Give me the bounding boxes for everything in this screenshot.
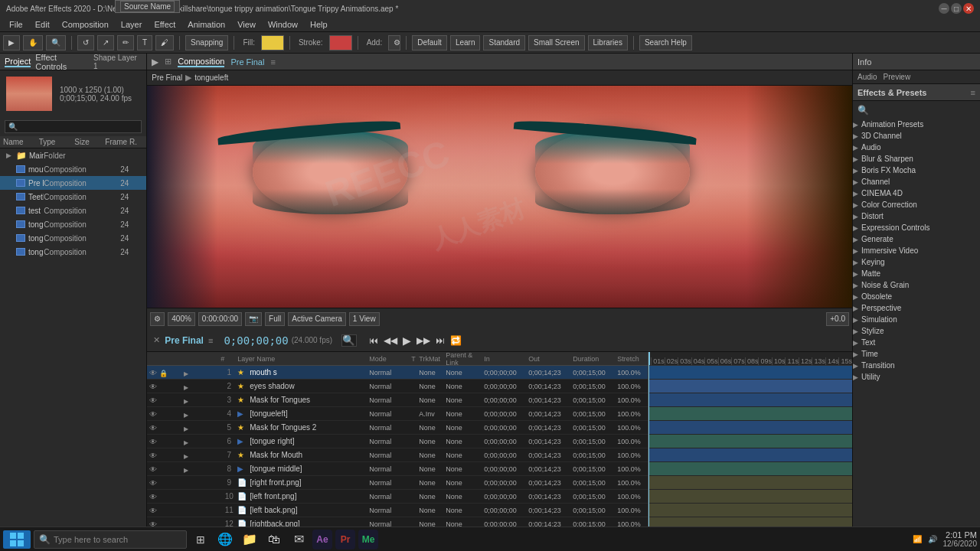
layer-collapse-3[interactable]: ▶	[184, 396, 196, 405]
layer-collapse-7[interactable]: ▶	[184, 451, 196, 460]
effect-cat-matte[interactable]: ▶ Matte	[853, 268, 980, 279]
layer-name-10[interactable]: [left front.png]	[248, 492, 369, 500]
layer-name-2[interactable]: eyes shadow	[248, 382, 369, 390]
effect-cat-distort[interactable]: ▶ Distort	[853, 210, 980, 222]
layer-collapse-6[interactable]: ▶	[184, 437, 196, 446]
stroke-btn[interactable]	[329, 35, 352, 51]
effect-cat-utility[interactable]: ▶ Utility	[853, 371, 980, 383]
prev-frame-btn[interactable]: ◀◀	[382, 334, 399, 347]
effects-menu[interactable]: ≡	[971, 88, 975, 97]
effect-cat-noise[interactable]: ▶ Noise & Grain	[853, 279, 980, 291]
menu-edit[interactable]: Edit	[29, 18, 56, 31]
timecode-btn[interactable]: 0:00:00:00	[198, 312, 242, 326]
preview-tab[interactable]: Preview	[884, 73, 911, 81]
next-frame-btn[interactable]: ▶▶	[415, 334, 432, 347]
toolbar-brush[interactable]: 🖌	[155, 35, 174, 51]
project-item-tongue-right[interactable]: tongue right Composition 24	[0, 231, 146, 245]
effect-cat-color[interactable]: ▶ Color Correction	[853, 199, 980, 210]
layer-collapse-4[interactable]: ▶	[184, 409, 196, 419]
layer-row-4[interactable]: 👁 ▶ 4 ▶ [tongueleft] Normal A.Inv	[147, 407, 648, 421]
layer-collapse-8[interactable]: ▶	[184, 465, 196, 474]
menu-file[interactable]: File	[3, 18, 29, 31]
play-btn[interactable]: ▶	[401, 333, 413, 348]
layer-eye-10[interactable]: 👁	[147, 492, 159, 501]
layer-eye-1[interactable]: 👁	[147, 368, 159, 377]
playback-btn[interactable]: ⚙	[150, 312, 165, 326]
layer-name-6[interactable]: [tongue right]	[248, 437, 369, 445]
audio-tab[interactable]: Audio	[858, 73, 877, 81]
layer-row-9[interactable]: 👁 9 📄 [right front.png] Normal None	[147, 476, 648, 490]
after-effects-icon[interactable]: Ae	[312, 530, 332, 549]
snapshot-btn[interactable]: 📷	[245, 312, 262, 326]
menu-view[interactable]: View	[231, 18, 262, 31]
store-icon[interactable]: 🛍	[263, 529, 285, 550]
info-tab[interactable]: Info	[858, 57, 871, 67]
effect-cat-animation[interactable]: ▶ Animation Presets	[853, 119, 980, 130]
layer-eye-8[interactable]: 👁	[147, 465, 159, 474]
quality-btn[interactable]: Full	[265, 312, 285, 326]
layer-name-9[interactable]: [right front.png]	[248, 478, 369, 487]
effect-cat-stylize[interactable]: ▶ Stylize	[853, 325, 980, 337]
views-btn[interactable]: 1 View	[349, 312, 380, 326]
mail-icon[interactable]: ✉	[288, 529, 309, 550]
project-item-test[interactable]: test Composition 24	[0, 204, 146, 217]
layer-lock-1[interactable]: 🔒	[159, 368, 172, 377]
effect-cat-keying[interactable]: ▶ Keying	[853, 256, 980, 268]
learn-btn[interactable]: Learn	[450, 35, 481, 51]
taskview-btn[interactable]: ⊞	[190, 529, 211, 550]
toolbar-hand[interactable]: ✋	[23, 35, 43, 51]
layer-eye-9[interactable]: 👁	[147, 478, 159, 487]
add-btn[interactable]: ⚙	[388, 35, 400, 51]
timeline-search[interactable]	[341, 334, 357, 347]
layer-eye-6[interactable]: 👁	[147, 437, 159, 446]
timecode[interactable]: 0;00;00;00	[224, 334, 288, 347]
menu-window[interactable]: Window	[262, 18, 304, 31]
playhead[interactable]	[648, 352, 650, 365]
toolbar-text[interactable]: T	[137, 35, 152, 51]
layer-name-11[interactable]: [left back.png]	[248, 506, 369, 514]
standard-btn[interactable]: Standard	[483, 35, 525, 51]
effect-cat-immersive[interactable]: ▶ Immersive Video	[853, 245, 980, 256]
effect-cat-audio[interactable]: ▶ Audio	[853, 142, 980, 153]
layer-row-2[interactable]: 👁 ▶ 2 ★ eyes shadow Normal None	[147, 380, 648, 393]
layer-row-3[interactable]: 👁 ▶ 3 ★ Mask for Tongues Normal None	[147, 393, 648, 407]
effect-cat-expression[interactable]: ▶ Expression Controls	[853, 222, 980, 233]
effect-cat-obsolete[interactable]: ▶ Obsolete	[853, 291, 980, 302]
project-item-pre-final[interactable]: Pre Final Composition 24	[0, 176, 146, 190]
close-btn[interactable]: ✕	[963, 3, 974, 14]
camera-btn[interactable]: Active Camera	[288, 312, 346, 326]
loop-btn[interactable]: 🔁	[449, 334, 463, 347]
edge-icon[interactable]: 🌐	[214, 529, 236, 550]
project-item-tongue-middle[interactable]: tongue middle Composition 24	[0, 217, 146, 231]
layer-collapse-2[interactable]: ▶	[184, 382, 196, 391]
menu-layer[interactable]: Layer	[115, 18, 149, 31]
effect-cat-channel[interactable]: ▶ Channel	[853, 176, 980, 187]
windows-start-btn[interactable]	[3, 530, 31, 549]
offset-btn[interactable]: +0.0	[826, 312, 849, 326]
layer-name-3[interactable]: Mask for Tongues	[248, 396, 369, 404]
layer-row-7[interactable]: 👁 ▶ 7 ★ Mask for Mouth Normal None	[147, 448, 648, 462]
breadcrumb-2[interactable]: tongueleft	[194, 73, 228, 82]
go-end-btn[interactable]: ⏭	[434, 334, 446, 347]
layer-row-6[interactable]: 👁 ▶ 6 ▶ [tongue right] Normal None	[147, 435, 648, 448]
layer-row-10[interactable]: 👁 10 📄 [left front.png] Normal None	[147, 490, 648, 504]
effect-cat-perspective[interactable]: ▶ Perspective	[853, 302, 980, 314]
tab-effect-controls[interactable]: Effect Controls	[35, 54, 89, 71]
go-start-btn[interactable]: ⏮	[368, 334, 380, 347]
project-search-input[interactable]	[5, 120, 142, 133]
effect-cat-cinema4d[interactable]: ▶ CINEMA 4D	[853, 187, 980, 199]
layer-row-8[interactable]: 👁 ▶ 8 ▶ [tongue middle] Normal None	[147, 462, 648, 476]
menu-effect[interactable]: Effect	[148, 18, 181, 31]
layer-eye-3[interactable]: 👁	[147, 396, 159, 405]
search-help-btn[interactable]: Search Help	[639, 35, 692, 51]
toolbar-new[interactable]: ▶	[3, 35, 20, 51]
toolbar-pen[interactable]: ✏	[117, 35, 134, 51]
tab-composition[interactable]: Composition	[178, 57, 224, 67]
layer-name-7[interactable]: Mask for Mouth	[248, 451, 369, 459]
toolbar-rotate[interactable]: ↺	[77, 35, 94, 51]
layer-row-11[interactable]: 👁 11 📄 [left back.png] Normal None	[147, 504, 648, 517]
layer-collapse-1[interactable]: ▶	[184, 368, 196, 377]
menu-composition[interactable]: Composition	[56, 18, 115, 31]
effect-cat-transition[interactable]: ▶ Transition	[853, 360, 980, 371]
project-item-main-assets[interactable]: ▶ 📁 Main Assets Folder	[0, 148, 146, 162]
